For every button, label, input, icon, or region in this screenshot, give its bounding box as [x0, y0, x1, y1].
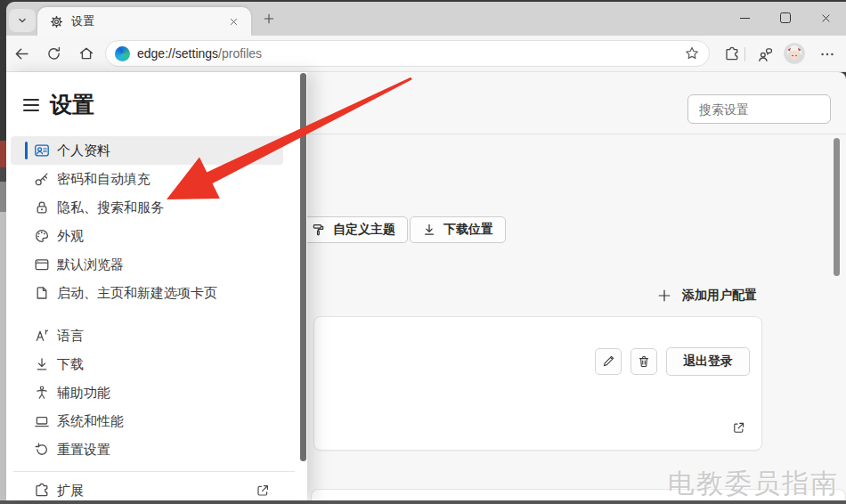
- customize-theme-button[interactable]: 自定义主题: [298, 216, 408, 243]
- profile-card: 退出登录: [313, 316, 762, 451]
- close-icon: [820, 12, 832, 24]
- home-icon: [78, 45, 94, 61]
- toolbar-divider: [744, 47, 745, 61]
- new-tab-button[interactable]: [260, 10, 278, 28]
- sign-out-label: 退出登录: [683, 354, 733, 370]
- download-icon: [34, 356, 50, 372]
- refresh-button[interactable]: [40, 41, 67, 66]
- sign-out-button[interactable]: 退出登录: [666, 347, 750, 376]
- page-scrollbar-thumb[interactable]: [834, 138, 840, 276]
- gear-icon: [50, 15, 63, 28]
- favorite-star-icon[interactable]: [684, 45, 700, 61]
- external-link-icon: [731, 420, 746, 435]
- sidebar-separator: [13, 471, 295, 472]
- settings-menu-button[interactable]: [817, 44, 838, 65]
- profile-avatar[interactable]: [784, 43, 805, 64]
- ellipsis-icon: [819, 46, 835, 62]
- key-icon: [34, 171, 50, 187]
- browser-window-icon: [34, 256, 50, 272]
- tab-actions-menu-button[interactable]: [9, 9, 36, 32]
- puzzle-icon: [34, 483, 50, 499]
- browser-toolbar: edge://settings/profiles: [6, 36, 846, 72]
- sidebar-item-extensions[interactable]: 扩展: [11, 479, 283, 502]
- laptop-icon: [34, 413, 50, 429]
- tab-title: 设置: [71, 13, 224, 29]
- sidebar-item-privacy[interactable]: 隐私、搜索和服务: [11, 193, 283, 222]
- back-arrow-icon: [13, 45, 30, 62]
- chevron-down-icon: [16, 14, 28, 27]
- download-location-button[interactable]: 下载位置: [410, 216, 506, 243]
- manage-account-external-link[interactable]: [728, 418, 748, 437]
- window-maximize-button[interactable]: [765, 2, 806, 34]
- paint-roller-icon: [311, 223, 326, 238]
- plus-icon: [263, 12, 275, 25]
- pencil-icon: [601, 354, 615, 369]
- avatar-image: [784, 43, 805, 64]
- url-text: edge://settings/profiles: [137, 46, 684, 61]
- edge-logo-icon: [115, 46, 130, 61]
- watermark-text: 电教委员指南: [668, 466, 839, 500]
- settings-sidebar: 设置 个人资料 密码和自动填充 隐私、搜索和服务 外观: [6, 72, 307, 500]
- edit-profile-button[interactable]: [595, 348, 622, 375]
- sidebar-item-startup[interactable]: 启动、主页和新建选项卡页: [11, 279, 283, 307]
- customize-theme-label: 自定义主题: [333, 222, 395, 238]
- search-settings-input[interactable]: [687, 94, 831, 124]
- sidebar-item-profile[interactable]: 个人资料: [11, 136, 283, 165]
- sidebar-item-system[interactable]: 系统和性能: [11, 407, 283, 435]
- lock-icon: [34, 199, 50, 215]
- plus-icon: [657, 289, 671, 303]
- puzzle-icon: [724, 46, 740, 62]
- minimize-icon: [740, 18, 750, 19]
- refresh-icon: [46, 46, 61, 61]
- window-close-button[interactable]: [805, 2, 846, 34]
- download-icon: [422, 223, 436, 237]
- active-tab[interactable]: 设置: [37, 7, 251, 36]
- sidebar-title: 设置: [50, 90, 94, 119]
- page-icon: [34, 285, 50, 301]
- accessibility-icon: [34, 385, 50, 401]
- maximize-icon: [780, 12, 791, 23]
- back-button[interactable]: [8, 41, 35, 66]
- person-card-icon: [34, 142, 50, 159]
- palette-icon: [34, 228, 50, 244]
- selected-indicator: [25, 142, 28, 159]
- sidebar-item-appearance[interactable]: 外观: [11, 222, 283, 250]
- sidebar-item-default-browser[interactable]: 默认浏览器: [11, 250, 283, 279]
- sidebar-menu-button[interactable]: [23, 96, 45, 114]
- sidebar-item-languages[interactable]: 语言: [11, 321, 283, 350]
- sidebar-item-downloads[interactable]: 下载: [11, 350, 283, 378]
- reset-icon: [34, 442, 50, 458]
- external-link-icon: [255, 483, 271, 499]
- home-button[interactable]: [73, 41, 100, 66]
- address-bar[interactable]: edge://settings/profiles: [105, 40, 710, 67]
- add-profile-label: 添加用户配置: [682, 288, 757, 304]
- sidebar-scrollbar-thumb[interactable]: [300, 73, 306, 461]
- language-icon: [34, 328, 50, 344]
- sidebar-item-reset[interactable]: 重置设置: [11, 435, 283, 464]
- sidebar-item-accessibility[interactable]: 辅助功能: [11, 378, 283, 407]
- browser-essentials-button[interactable]: [754, 44, 776, 65]
- section-divider: [307, 134, 846, 134]
- download-location-label: 下载位置: [443, 222, 493, 238]
- close-icon: [229, 17, 239, 27]
- extensions-button[interactable]: [721, 44, 743, 65]
- tab-strip: 设置: [6, 2, 846, 36]
- delete-profile-button[interactable]: [630, 348, 657, 375]
- desktop-edge-strip: [0, 0, 6, 504]
- sidebar-item-passwords[interactable]: 密码和自动填充: [11, 165, 283, 193]
- trash-icon: [637, 354, 651, 369]
- person-feedback-icon: [757, 46, 774, 63]
- add-profile-button[interactable]: 添加用户配置: [657, 286, 757, 305]
- tab-close-button[interactable]: [224, 12, 242, 30]
- window-minimize-button[interactable]: [724, 2, 765, 34]
